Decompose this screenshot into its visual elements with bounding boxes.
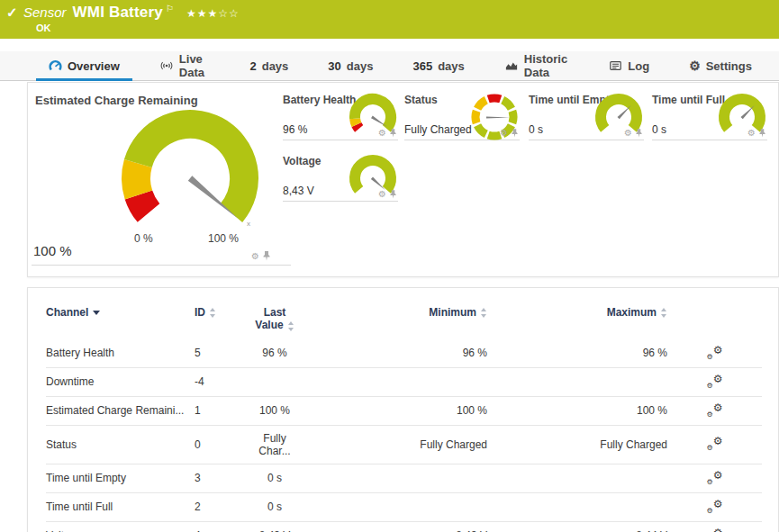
tab-label: days bbox=[347, 59, 374, 73]
gauge-title: Battery Health bbox=[283, 94, 356, 106]
ok-check-icon: ✓ bbox=[6, 5, 18, 21]
channel-maximum bbox=[487, 492, 667, 521]
sensor-status-bar: ✓ SensorWMI Battery⚐★★★☆☆ OK bbox=[0, 0, 779, 39]
primary-gauge-estimated-charge[interactable]: Estimated Charge Remaining x 0 % 100 % 1… bbox=[28, 83, 298, 267]
gauge-scale-max: 100 % bbox=[208, 232, 239, 245]
channel-name: Time until Empty bbox=[46, 464, 195, 492]
channels-table-panel: Channel ID Last Value Minimum Maximum bbox=[27, 287, 779, 532]
gauge-settings-icon[interactable]: ⚙ bbox=[251, 252, 259, 261]
channel-minimum bbox=[303, 464, 487, 492]
live-data-icon bbox=[159, 59, 174, 72]
tab-2-days[interactable]: 2 days bbox=[237, 51, 301, 80]
mini-gauge-status[interactable]: Status Fully Charged ⚙ bbox=[404, 94, 520, 140]
tab-bar: Overview Live Data 2 days 30 days 365 da… bbox=[0, 51, 779, 81]
edit-channel-icon[interactable]: ⚙⚙ bbox=[707, 346, 723, 358]
channel-id: -4 bbox=[195, 367, 247, 396]
gauge-dial bbox=[118, 106, 262, 250]
pin-icon[interactable] bbox=[512, 129, 518, 138]
channel-last-value: 8,43 V bbox=[247, 521, 303, 532]
channel-last-value: 96 % bbox=[247, 339, 303, 368]
gauge-value: 0 s bbox=[529, 123, 543, 136]
edit-channel-icon[interactable]: ⚙⚙ bbox=[707, 500, 723, 512]
gauge-value: Fully Charged bbox=[404, 123, 472, 136]
channel-last-value bbox=[247, 367, 303, 396]
column-header-channel[interactable]: Channel bbox=[46, 304, 195, 339]
sort-icon bbox=[481, 308, 487, 318]
gauge-settings-icon[interactable]: ⚙ bbox=[747, 129, 756, 138]
overview-gauges-panel: Estimated Charge Remaining x 0 % 100 % 1… bbox=[27, 82, 779, 277]
gauge-value: 0 s bbox=[652, 123, 666, 136]
channel-minimum: 96 % bbox=[303, 339, 487, 368]
object-kind-label: Sensor bbox=[23, 5, 67, 20]
divider bbox=[32, 265, 291, 266]
tab-365-days[interactable]: 365 days bbox=[400, 51, 476, 80]
tab-overview[interactable]: Overview bbox=[36, 51, 132, 80]
gauge-title: Voltage bbox=[283, 155, 321, 167]
channel-id: 2 bbox=[195, 492, 247, 521]
pin-icon[interactable] bbox=[759, 129, 765, 138]
mini-gauge-time-until-full[interactable]: Time until Full 0 s ⚙ bbox=[652, 94, 767, 140]
channel-id: 4 bbox=[195, 521, 247, 532]
pin-icon[interactable] bbox=[263, 251, 270, 261]
channel-minimum bbox=[303, 367, 487, 396]
edit-channel-icon[interactable]: ⚙⚙ bbox=[707, 528, 723, 532]
needle-tip-marker: x bbox=[247, 220, 250, 228]
gauge-title: Time until Full bbox=[652, 94, 725, 106]
edit-channel-icon[interactable]: ⚙⚙ bbox=[707, 374, 723, 387]
sensor-status-text: OK bbox=[36, 23, 51, 33]
tab-label: Overview bbox=[68, 59, 120, 73]
gauge-value: 8,43 V bbox=[283, 185, 314, 197]
table-row: Time until Empty 3 0 s ⚙⚙ bbox=[46, 464, 762, 492]
channels-table: Channel ID Last Value Minimum Maximum bbox=[46, 304, 762, 532]
channel-minimum: 100 % bbox=[303, 396, 487, 425]
channel-name: Estimated Charge Remaini... bbox=[46, 396, 195, 425]
table-row: Time until Full 2 0 s ⚙⚙ bbox=[46, 492, 762, 521]
column-header-maximum[interactable]: Maximum bbox=[487, 304, 667, 339]
gauge-settings-icon[interactable]: ⚙ bbox=[378, 190, 386, 199]
gauge-settings-icon[interactable]: ⚙ bbox=[378, 129, 386, 138]
pin-icon[interactable] bbox=[390, 190, 396, 199]
edit-channel-icon[interactable]: ⚙⚙ bbox=[707, 403, 723, 416]
gauge-settings-icon[interactable]: ⚙ bbox=[500, 129, 508, 138]
channel-last-value: 0 s bbox=[247, 492, 303, 521]
gear-icon: ⚙ bbox=[689, 59, 701, 72]
gauge-title: Estimated Charge Remaining bbox=[35, 94, 198, 107]
priority-flag-icon[interactable]: ⚐ bbox=[166, 4, 174, 14]
channel-minimum: 8,43 V bbox=[303, 521, 487, 532]
sensor-title: WMI Battery bbox=[73, 4, 163, 21]
column-header-minimum[interactable]: Minimum bbox=[303, 304, 487, 339]
column-header-id[interactable]: ID bbox=[195, 304, 247, 339]
channel-name: Status bbox=[46, 425, 195, 464]
pin-icon[interactable] bbox=[390, 129, 396, 138]
mini-gauge-voltage[interactable]: Voltage 8,43 V ⚙ bbox=[283, 155, 398, 202]
edit-channel-icon[interactable]: ⚙⚙ bbox=[707, 437, 723, 449]
table-row: Downtime -4 ⚙⚙ bbox=[46, 367, 762, 396]
pin-icon[interactable] bbox=[636, 129, 642, 138]
mini-gauge-time-until-empty[interactable]: Time until Empty 0 s ⚙ bbox=[529, 94, 644, 140]
channel-last-value: Fully Char... bbox=[247, 425, 303, 464]
tab-label: days bbox=[262, 59, 289, 73]
sort-icon bbox=[210, 308, 216, 318]
tab-label: Live Data bbox=[179, 52, 211, 79]
channel-last-value: 100 % bbox=[247, 396, 303, 425]
tab-historic-data[interactable]: Historic Data bbox=[492, 51, 583, 80]
column-header-last-value[interactable]: Last Value bbox=[247, 304, 303, 339]
channel-id: 3 bbox=[195, 464, 247, 492]
table-row: Status 0 Fully Char... Fully Charged Ful… bbox=[46, 425, 762, 464]
channel-name: Time until Full bbox=[46, 492, 195, 521]
channel-name: Voltage bbox=[46, 521, 195, 532]
sort-icon bbox=[661, 308, 667, 318]
tab-log[interactable]: Log bbox=[596, 51, 662, 80]
tab-live-data[interactable]: Live Data bbox=[147, 51, 223, 80]
gauge-settings-icon[interactable]: ⚙ bbox=[624, 129, 632, 138]
tab-settings[interactable]: ⚙ Settings bbox=[676, 51, 765, 80]
priority-stars[interactable]: ★★★☆☆ bbox=[186, 7, 240, 20]
table-row: Voltage 4 8,43 V 8,43 V 8,44 V ⚙⚙ bbox=[46, 521, 762, 532]
tab-30-days[interactable]: 30 days bbox=[315, 51, 385, 80]
tab-label: days bbox=[438, 59, 465, 73]
mini-gauge-battery-health[interactable]: Battery Health 96 % ⚙ bbox=[283, 94, 398, 140]
channel-maximum: 100 % bbox=[487, 396, 667, 425]
channel-name: Downtime bbox=[46, 367, 195, 396]
edit-channel-icon[interactable]: ⚙⚙ bbox=[707, 471, 723, 483]
channel-maximum bbox=[487, 367, 667, 396]
